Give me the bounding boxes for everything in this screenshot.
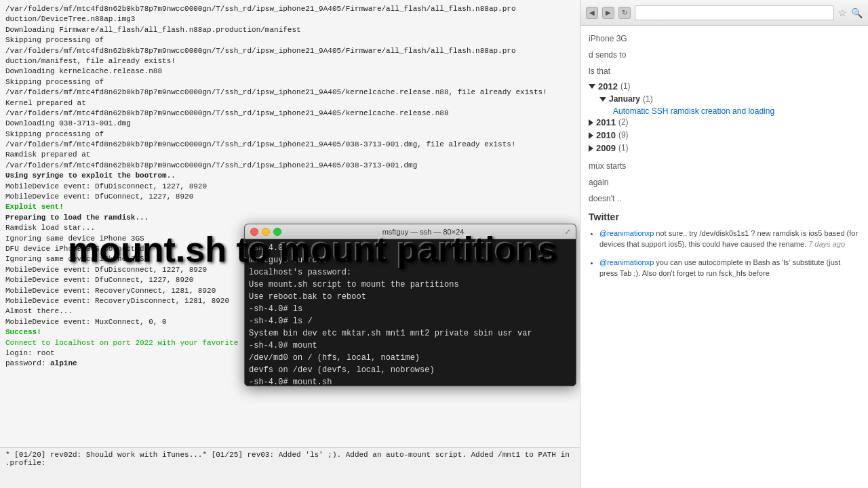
ssh-titlebar: msftguy — ssh — 80×24 ⤢ [245, 224, 576, 239]
tweet-1: @reanimationxp not sure.. try /dev/disk0… [599, 228, 860, 250]
archive-year-2012[interactable]: 2012 (1) [589, 81, 860, 92]
right-panel: ◀ ▶ ↻ ☆ 🔍 iPhone 3G d sends to ls that 2… [580, 0, 868, 488]
tweet-2: @reanimationxp you can use autocomplete … [599, 257, 860, 279]
archive-year-2011[interactable]: 2011 (2) [589, 117, 860, 127]
post-link-ssh-ramdisk[interactable]: Automatic SSH ramdisk creation and loadi… [613, 106, 774, 116]
ssh-content: -sh-4.0# Jmsftguy$ su rootlocalhost's pa… [245, 239, 576, 386]
ssh-line-6: -sh-4.0# ls / [249, 315, 572, 327]
year-2009-label: 2009 [596, 143, 616, 153]
terminal-line-15: /var/folders/mf/mtc4fd8n62b0kb78p7m9nwcc… [5, 161, 574, 171]
year-2010-label: 2010 [596, 130, 616, 140]
address-bar[interactable] [635, 5, 834, 20]
tweet-2-handle[interactable]: @reanimationxp [599, 258, 654, 266]
terminal-line-5: duction/manifest, file already exists! [5, 56, 574, 66]
year-2011-label: 2011 [596, 117, 616, 127]
terminal-line-10: /var/folders/mf/mtc4fd8n62b0kb78p7m9nwcc… [5, 108, 574, 119]
close-button[interactable] [250, 228, 258, 236]
blog-snippet-iphone: iPhone 3G [589, 33, 860, 45]
terminal-line-1: duction/DeviceTree.n88ap.img3 [5, 14, 574, 24]
traffic-lights [250, 228, 281, 236]
ssh-line-10: devfs on /dev (devfs, local, nobrowse) [249, 364, 572, 376]
ssh-window: msftguy — ssh — 80×24 ⤢ -sh-4.0# Jmsftgu… [244, 224, 576, 386]
ssh-line-4: Use reboot.bak to reboot [249, 291, 572, 303]
back-button[interactable]: ◀ [586, 7, 598, 19]
month-january-count: (1) [643, 94, 653, 104]
ssh-line-1: msftguy$ su root [249, 254, 572, 266]
blog-snippet-again: again [589, 176, 860, 188]
month-section-january: January (1) Automatic SSH ramdisk creati… [599, 94, 860, 117]
twitter-section: Twitter @reanimationxp not sure.. try /d… [589, 211, 860, 279]
terminal-line-9: Kernel prepared at [5, 98, 574, 108]
archive-year-2009[interactable]: 2009 (1) [589, 143, 860, 153]
terminal-line-13: /var/folders/mf/mtc4fd8n62b0kb78p7m9nwcc… [5, 140, 574, 150]
twitter-title: Twitter [589, 211, 860, 222]
year-2009-count: (1) [618, 143, 629, 152]
year-2010-count: (9) [618, 130, 629, 140]
terminal-line-0: /var/folders/mf/mtc4fd8n62b0kb78p7m9nwcc… [5, 4, 574, 14]
terminal-line-12: Skipping processing of [5, 129, 574, 140]
triangle-right-icon [589, 132, 593, 139]
blog-snippet-mux: mux starts [589, 160, 860, 172]
terminal-line-14: Ramdisk prepared at [5, 150, 574, 160]
terminal-line-4: /var/folders/mf/mtc4fd8n62b0kb78p7m9nwcc… [5, 46, 574, 56]
triangle-right-icon [589, 145, 593, 152]
ssh-line-0: -sh-4.0# J [249, 242, 572, 254]
tweet-1-date: 7 days ago [808, 240, 845, 248]
terminal-line-11: Downloading 038-3713-001.dmg [5, 119, 574, 129]
tweet-1-handle[interactable]: @reanimationxp [599, 229, 654, 237]
year-2012-count: (1) [620, 81, 631, 91]
blog-snippet-doesnt: doesn't .. [589, 192, 860, 205]
browser-toolbar: ◀ ▶ ↻ ☆ 🔍 [580, 0, 868, 26]
ssh-line-7: System bin dev etc mktar.sh mnt1 mnt2 pr… [249, 327, 572, 340]
blog-snippet-ls: ls that [589, 65, 860, 77]
triangle-down-icon [589, 84, 595, 89]
terminal-line-3: Skipping processing of [5, 35, 574, 45]
terminal-line-7: Skipping processing of [5, 77, 574, 87]
year-2012-label: 2012 [598, 81, 618, 92]
ssh-line-2: localhost's password: [249, 266, 572, 279]
month-january-label: January [609, 94, 640, 104]
maximize-button[interactable] [273, 228, 281, 236]
left-panel: /var/folders/mf/mtc4fd8n62b0kb78p7m9nwcc… [0, 0, 580, 488]
forward-button[interactable]: ▶ [602, 7, 614, 19]
resize-icon[interactable]: ⤢ [565, 228, 570, 235]
reload-button[interactable]: ↻ [618, 7, 631, 19]
ssh-line-8: -sh-4.0# mount [249, 340, 572, 352]
ssh-window-title: msftguy — ssh — 80×24 [281, 228, 565, 236]
minimize-button[interactable] [262, 228, 270, 236]
terminal-line-17: MobileDevice event: DfuDisconnect, 1227,… [5, 182, 574, 192]
terminal-line-8: /var/folders/mf/mtc4fd8n62b0kb78p7m9nwcc… [5, 87, 574, 98]
ssh-line-9: /dev/md0 on / (hfs, local, noatime) [249, 352, 572, 364]
search-icon[interactable]: 🔍 [851, 7, 863, 18]
ssh-line-11: -sh-4.0# mount.sh [249, 376, 572, 386]
bottom-bar: * [01/20] rev02d: Should work with iTune… [0, 447, 580, 488]
terminal-line-16: Using syringe to exploit the bootrom.. [5, 171, 574, 181]
tweet-list: @reanimationxp not sure.. try /dev/disk0… [589, 228, 860, 279]
terminal-line-20: Preparing to load the ramdisk... [5, 213, 574, 223]
post-list: Automatic SSH ramdisk creation and loadi… [613, 106, 860, 117]
blog-content: iPhone 3G d sends to ls that 2012 (1) Ja… [580, 26, 868, 488]
terminal-line-19: Exploit sent! [5, 202, 574, 212]
ssh-line-5: -sh-4.0# ls [249, 303, 572, 315]
terminal-line-6: Downloading kernelcache.release.n88 [5, 66, 574, 77]
terminal-line-2: Downloading Firmware/all_flash/all_flash… [5, 25, 574, 35]
year-2011-count: (2) [618, 117, 629, 127]
month-row-january[interactable]: January (1) [599, 94, 860, 104]
archive-section: 2012 (1) January (1) Automatic SSH ramdi… [589, 81, 860, 153]
ssh-line-3: Use mount.sh script to mount the partiti… [249, 279, 572, 291]
bottom-line-0: * [01/20] rev02d: Should work with iTune… [5, 451, 202, 459]
blog-snippet-sends: d sends to [589, 49, 860, 61]
triangle-down-icon [599, 97, 606, 102]
triangle-right-icon [589, 119, 593, 126]
terminal-line-18: MobileDevice event: DfuConnect, 1227, 89… [5, 192, 574, 202]
bookmark-icon[interactable]: ☆ [838, 7, 847, 18]
archive-year-2010[interactable]: 2010 (9) [589, 130, 860, 140]
